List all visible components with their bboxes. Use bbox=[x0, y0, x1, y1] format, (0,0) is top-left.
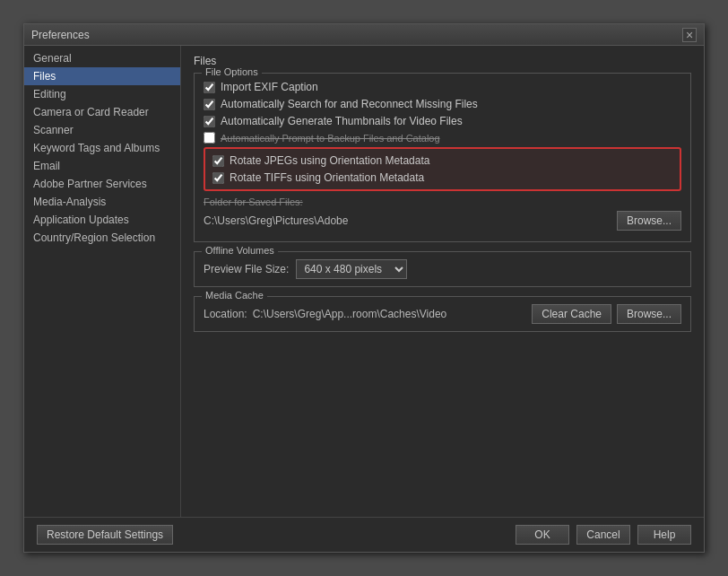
close-button[interactable]: × bbox=[682, 28, 697, 42]
offline-volumes-label: Offline Volumes bbox=[202, 245, 278, 256]
file-options-group: File Options Import EXIF Caption Automat… bbox=[194, 73, 691, 242]
sidebar-item-keyword-tags-and-albums[interactable]: Keyword Tags and Albums bbox=[24, 139, 180, 157]
sidebar-item-files[interactable]: Files bbox=[24, 67, 180, 85]
sidebar-item-scanner[interactable]: Scanner bbox=[24, 121, 180, 139]
preferences-dialog: Preferences × GeneralFilesEditingCamera … bbox=[23, 23, 705, 553]
footer-right-buttons: OK Cancel Help bbox=[516, 525, 691, 545]
browse-cache-button[interactable]: Browse... bbox=[617, 304, 681, 324]
ok-button[interactable]: OK bbox=[516, 525, 569, 545]
import-exif-row: Import EXIF Caption bbox=[204, 81, 681, 93]
dialog-footer: Restore Default Settings OK Cancel Help bbox=[24, 517, 704, 552]
media-cache-label: Media Cache bbox=[202, 290, 267, 301]
sidebar-item-countryregion-selection[interactable]: Country/Region Selection bbox=[24, 229, 180, 247]
section-title: Files bbox=[194, 55, 691, 67]
auto-thumbnails-checkbox[interactable] bbox=[204, 116, 215, 127]
preview-size-label: Preview File Size: bbox=[204, 263, 289, 275]
rotate-tiffs-checkbox[interactable] bbox=[212, 172, 224, 184]
auto-prompt-label: Automatically Prompt to Backup Files and… bbox=[221, 133, 440, 144]
sidebar-item-camera-or-card-reader[interactable]: Camera or Card Reader bbox=[24, 103, 180, 121]
import-exif-label: Import EXIF Caption bbox=[221, 81, 318, 93]
dialog-title: Preferences bbox=[31, 29, 90, 41]
content-panel: Files File Options Import EXIF Caption A… bbox=[181, 46, 704, 517]
sidebar-item-editing[interactable]: Editing bbox=[24, 85, 180, 103]
cache-location-label: Location: bbox=[204, 308, 247, 320]
cancel-button[interactable]: Cancel bbox=[576, 525, 630, 545]
offline-volumes-group: Offline Volumes Preview File Size: 320 x… bbox=[194, 251, 691, 287]
sidebar-item-adobe-partner-services[interactable]: Adobe Partner Services bbox=[24, 175, 180, 193]
auto-search-label: Automatically Search for and Reconnect M… bbox=[221, 98, 478, 110]
rotate-jpegs-row: Rotate JPEGs using Orientation Metadata bbox=[212, 154, 672, 167]
import-exif-checkbox[interactable] bbox=[204, 82, 215, 93]
rotate-tiffs-label: Rotate TIFFs using Orientation Metadata bbox=[230, 171, 424, 184]
sidebar-item-general[interactable]: General bbox=[24, 49, 180, 67]
auto-search-row: Automatically Search for and Reconnect M… bbox=[204, 98, 681, 110]
cache-location-row: Location: C:\Users\Greg\App...room\Cache… bbox=[204, 304, 681, 324]
folder-label: Folder for Saved Files: bbox=[204, 196, 681, 207]
auto-search-checkbox[interactable] bbox=[204, 99, 215, 110]
cache-location-path: C:\Users\Greg\App...room\Caches\Video bbox=[253, 308, 527, 320]
file-options-label: File Options bbox=[202, 66, 262, 77]
sidebar: GeneralFilesEditingCamera or Card Reader… bbox=[24, 46, 181, 517]
rotate-jpegs-label: Rotate JPEGs using Orientation Metadata bbox=[230, 154, 429, 167]
sidebar-item-application-updates[interactable]: Application Updates bbox=[24, 211, 180, 229]
auto-thumbnails-label: Automatically Generate Thumbnails for Vi… bbox=[221, 115, 463, 127]
restore-defaults-button[interactable]: Restore Default Settings bbox=[37, 525, 173, 545]
clear-cache-button[interactable]: Clear Cache bbox=[532, 304, 611, 324]
browse-folder-button[interactable]: Browse... bbox=[617, 211, 681, 231]
folder-section: Folder for Saved Files: C:\Users\Greg\Pi… bbox=[204, 196, 681, 231]
preview-size-select[interactable]: 320 x 240 pixels 640 x 480 pixels 1024 x… bbox=[296, 259, 407, 279]
preview-size-row: Preview File Size: 320 x 240 pixels 640 … bbox=[204, 259, 681, 279]
folder-path-row: C:\Users\Greg\Pictures\Adobe Browse... bbox=[204, 211, 681, 231]
rotate-tiffs-row: Rotate TIFFs using Orientation Metadata bbox=[212, 171, 672, 184]
sidebar-item-media-analysis[interactable]: Media-Analysis bbox=[24, 193, 180, 211]
dialog-body: GeneralFilesEditingCamera or Card Reader… bbox=[24, 46, 704, 517]
titlebar: Preferences × bbox=[24, 24, 704, 46]
rotate-highlighted-box: Rotate JPEGs using Orientation Metadata … bbox=[204, 147, 681, 191]
help-button[interactable]: Help bbox=[637, 525, 691, 545]
rotate-jpegs-checkbox[interactable] bbox=[212, 155, 224, 167]
folder-path: C:\Users\Greg\Pictures\Adobe bbox=[204, 214, 611, 227]
media-cache-group: Media Cache Location: C:\Users\Greg\App.… bbox=[194, 296, 691, 332]
auto-thumbnails-row: Automatically Generate Thumbnails for Vi… bbox=[204, 115, 681, 127]
auto-prompt-checkbox[interactable] bbox=[204, 132, 215, 144]
auto-prompt-row: Automatically Prompt to Backup Files and… bbox=[204, 132, 681, 144]
sidebar-item-email[interactable]: Email bbox=[24, 157, 180, 175]
